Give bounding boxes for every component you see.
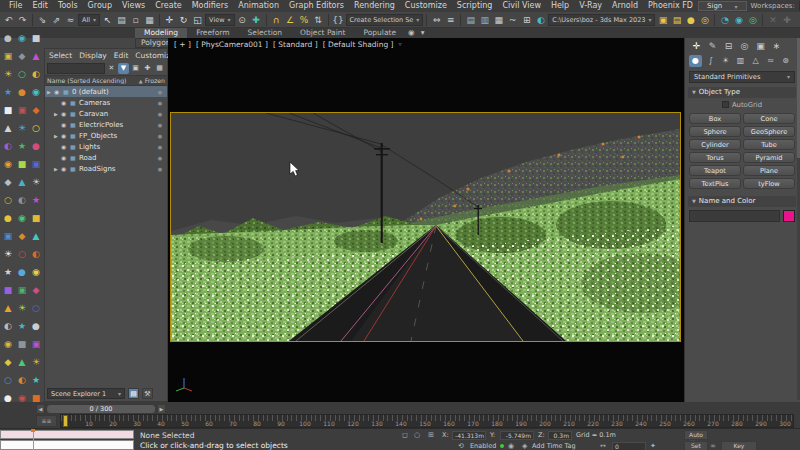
- add-time-tag-label[interactable]: Add Time Tag: [532, 442, 576, 450]
- percent-snap-icon[interactable]: %: [298, 13, 311, 27]
- scene-explorer-header[interactable]: Name (Sorted Ascending) ▲ Frozen: [45, 75, 167, 86]
- rendered-frame-window-icon[interactable]: ▤: [670, 13, 683, 27]
- menu-graph-editors[interactable]: Graph Editors: [284, 0, 349, 12]
- custom-toolbar-icon[interactable]: ◆: [5, 357, 12, 367]
- space-warps-tab-icon[interactable]: ≈: [764, 55, 777, 67]
- custom-toolbar-icon[interactable]: ◆: [5, 177, 12, 187]
- create-cylinder-button[interactable]: Cylinder: [689, 139, 741, 150]
- custom-toolbar-icon[interactable]: ●: [4, 213, 12, 223]
- custom-toolbar-icon[interactable]: ◉: [32, 267, 40, 277]
- custom-toolbar-icon[interactable]: ○: [4, 195, 12, 205]
- custom-toolbar-icon[interactable]: ○: [32, 303, 40, 313]
- create-pyramid-button[interactable]: Pyramid: [743, 152, 795, 163]
- custom-toolbar-icon[interactable]: ★: [4, 267, 12, 277]
- menu-customize[interactable]: Customize: [400, 0, 452, 12]
- explorer-menu-edit[interactable]: Edit: [114, 51, 129, 59]
- selection-filter-dropdown[interactable]: All▾: [78, 14, 100, 26]
- frozen-dot-icon[interactable]: ●: [155, 122, 165, 128]
- render-iterative-icon[interactable]: ◎: [698, 13, 711, 27]
- menu-help[interactable]: Help: [546, 0, 574, 12]
- visibility-eye-icon[interactable]: ◉: [61, 132, 70, 139]
- viewport-extra-icon[interactable]: ▿: [399, 40, 402, 49]
- scene-explorer-row[interactable]: ◉▦Lights●: [45, 141, 167, 152]
- utilities-tab-icon[interactable]: ∗: [771, 41, 782, 51]
- menu-v-ray[interactable]: V-Ray: [574, 0, 607, 12]
- custom-toolbar-icon[interactable]: ▣: [4, 231, 13, 241]
- frozen-column-header[interactable]: Frozen: [145, 77, 165, 84]
- select-and-manipulate-icon[interactable]: ✚: [250, 13, 263, 27]
- disabled-add-icon[interactable]: ✚: [780, 13, 793, 27]
- render-view-icon[interactable]: ◎: [746, 13, 759, 27]
- viewport-label-segment-3[interactable]: [ Default Shading ]: [323, 40, 394, 49]
- helpers-tab-icon[interactable]: △: [749, 55, 762, 67]
- custom-toolbar-icon[interactable]: ★: [32, 375, 40, 385]
- explorer-list-view-button[interactable]: ▤: [128, 388, 139, 399]
- create-torus-button[interactable]: Torus: [689, 152, 741, 163]
- custom-toolbar-icon[interactable]: ★: [18, 321, 26, 331]
- custom-toolbar-icon[interactable]: ◉: [18, 213, 26, 223]
- menu-modifiers[interactable]: Modifiers: [187, 0, 234, 12]
- next-frame-arrow[interactable]: ▶: [157, 404, 166, 414]
- modify-tab-icon[interactable]: ✎: [707, 41, 718, 51]
- named-selection-sets-icon[interactable]: {}: [332, 13, 345, 27]
- custom-toolbar-icon[interactable]: ●: [4, 33, 12, 43]
- custom-toolbar-icon[interactable]: ○: [4, 375, 12, 385]
- create-sphere-button[interactable]: Sphere: [689, 126, 741, 137]
- custom-toolbar-icon[interactable]: ●: [18, 267, 26, 277]
- custom-toolbar-icon[interactable]: ●: [32, 141, 40, 151]
- redo-icon[interactable]: ↷: [16, 13, 29, 27]
- timeline-ruler[interactable]: 1020304050607080901001101201301401501601…: [60, 414, 794, 428]
- snaps-toggle-icon[interactable]: ∩: [270, 13, 283, 27]
- previous-frame-arrow[interactable]: ◀: [36, 404, 45, 414]
- toggle-layer-explorer-icon[interactable]: ▥: [478, 13, 491, 27]
- viewport-label-segment-2[interactable]: [ Standard ]: [273, 40, 318, 49]
- macro-recorder-field[interactable]: [0, 430, 134, 439]
- y-coordinate-field[interactable]: -5.749m: [500, 431, 534, 440]
- mini-curve-editor-button[interactable]: ≡≡: [36, 415, 57, 427]
- ribbon-tab-selection[interactable]: Selection: [239, 28, 292, 38]
- create-teapot-button[interactable]: Teapot: [689, 165, 741, 176]
- ribbon-collapse-icon[interactable]: ▾: [418, 28, 428, 38]
- menu-phoenix-fd[interactable]: Phoenix FD: [643, 0, 698, 12]
- custom-toolbar-icon[interactable]: ◉: [4, 339, 12, 349]
- geometry-tab-icon[interactable]: ●: [689, 55, 702, 67]
- menu-views[interactable]: Views: [117, 0, 150, 12]
- expand-arrow-icon[interactable]: ▶: [54, 133, 61, 139]
- custom-toolbar-icon[interactable]: ■: [4, 105, 13, 115]
- disabled-tool-icon[interactable]: ✕: [766, 13, 779, 27]
- menu-animation[interactable]: Animation: [233, 0, 284, 12]
- custom-toolbar-icon[interactable]: ◆: [19, 51, 26, 61]
- explorer-selector-dropdown[interactable]: Scene Explorer 1▾: [47, 388, 125, 399]
- maxscript-listener-field[interactable]: [0, 440, 134, 450]
- frozen-dot-icon[interactable]: ●: [155, 89, 165, 95]
- curve-editor-icon[interactable]: ~: [506, 13, 519, 27]
- custom-toolbar-icon[interactable]: ★: [32, 195, 40, 205]
- key-mode-toggle-icon[interactable]: ↔: [600, 442, 606, 450]
- render-in-cloud-icon[interactable]: ◔: [718, 13, 731, 27]
- explorer-menu-select[interactable]: Select: [49, 51, 72, 59]
- visibility-eye-icon[interactable]: ◉: [61, 121, 70, 128]
- menu-tools[interactable]: Tools: [53, 0, 83, 12]
- rectangular-selection-region-icon[interactable]: ▫: [129, 13, 142, 27]
- custom-toolbar-icon[interactable]: ◐: [4, 141, 12, 151]
- ribbon-tab-object-paint[interactable]: Object Paint: [291, 28, 354, 38]
- scene-explorer-row[interactable]: ◉▦Cameras●: [45, 97, 167, 108]
- render-info-icon[interactable]: ◉: [732, 13, 745, 27]
- scene-explorer-row[interactable]: ▶◉▦0 (default)●: [45, 86, 167, 97]
- create-box-button[interactable]: Box: [689, 113, 741, 124]
- select-by-name-icon[interactable]: ▤: [115, 13, 128, 27]
- custom-toolbar-icon[interactable]: ◉: [32, 87, 40, 97]
- custom-toolbar-icon[interactable]: ▣: [4, 51, 13, 61]
- info-icon[interactable]: ◉: [508, 442, 514, 450]
- filter-icon[interactable]: ▼: [118, 63, 129, 74]
- viewport-label-segment-1[interactable]: [ PhysCamera001 ]: [196, 40, 268, 49]
- custom-toolbar-icon[interactable]: ★: [18, 141, 26, 151]
- systems-tab-icon[interactable]: ⊛: [779, 55, 792, 67]
- viewport-scene[interactable]: [171, 113, 680, 341]
- explorer-settings-icon[interactable]: ▦: [154, 63, 165, 74]
- custom-toolbar-icon[interactable]: ◆: [19, 231, 26, 241]
- frozen-dot-icon[interactable]: ●: [155, 144, 165, 150]
- window-crossing-icon[interactable]: ▦: [143, 13, 156, 27]
- expand-arrow-icon[interactable]: ▶: [54, 166, 61, 172]
- menu-arnold[interactable]: Arnold: [607, 0, 643, 12]
